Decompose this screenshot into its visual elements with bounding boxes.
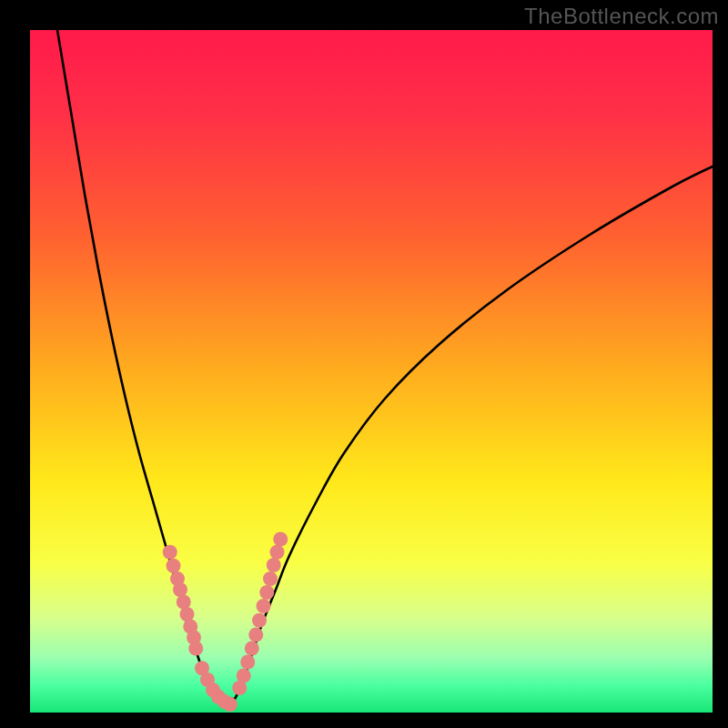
marker-dot <box>252 613 267 628</box>
marker-dot <box>223 697 238 712</box>
markers-right <box>232 532 288 696</box>
left-branch-curve <box>57 30 215 699</box>
marker-dot <box>173 582 187 597</box>
marker-dot <box>263 571 278 586</box>
marker-dot <box>188 642 203 656</box>
marker-dot <box>237 669 251 683</box>
marker-dot <box>257 599 271 613</box>
marker-dot <box>167 559 181 573</box>
marker-dot <box>259 585 274 600</box>
marker-dot <box>273 532 288 547</box>
marker-dot <box>177 595 191 610</box>
curve-layer <box>30 30 713 713</box>
watermark-text: TheBottleneck.com <box>524 4 719 29</box>
marker-dot <box>270 545 285 560</box>
marker-dot <box>163 545 177 560</box>
markers-left <box>163 545 238 712</box>
chart-frame: TheBottleneck.com <box>0 0 728 728</box>
marker-dot <box>180 607 195 622</box>
marker-dot <box>245 642 259 656</box>
marker-dot <box>267 558 281 572</box>
plot-area <box>30 30 713 713</box>
marker-dot <box>240 655 255 670</box>
marker-dot <box>248 628 263 642</box>
right-branch-curve <box>235 167 713 699</box>
